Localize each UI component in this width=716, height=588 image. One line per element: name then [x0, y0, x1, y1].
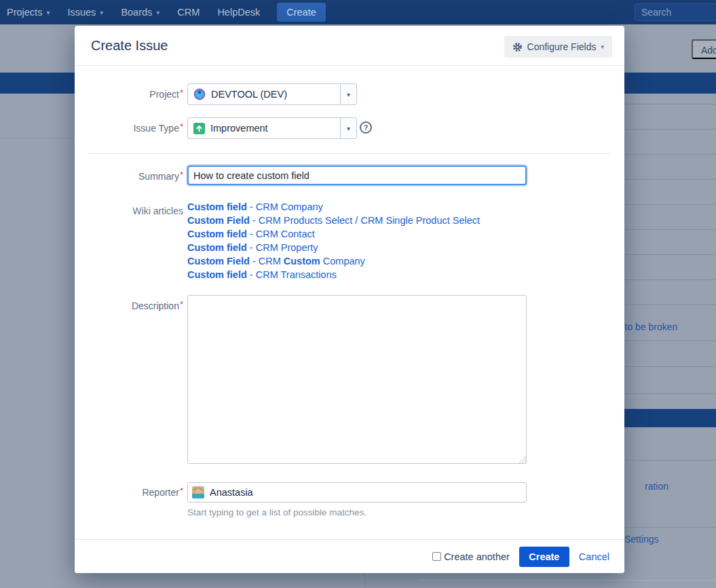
project-label: Project*: [81, 89, 183, 100]
description-label: Description*: [81, 300, 183, 311]
issue-type-value-text: Improvement: [210, 123, 268, 134]
configure-fields-button[interactable]: Configure Fields ▾: [504, 36, 612, 58]
project-select[interactable]: DEVTOOL (DEV) ▾: [187, 83, 357, 105]
required-asterisk: *: [180, 170, 183, 180]
summary-label: Summary*: [81, 171, 183, 182]
required-asterisk: *: [180, 299, 183, 309]
reporter-input[interactable]: Anastasia: [187, 482, 527, 503]
issue-type-select[interactable]: Improvement ▾: [187, 117, 357, 139]
nav-item-label: Boards: [121, 7, 152, 18]
required-asterisk: *: [180, 486, 183, 496]
divider: [419, 580, 716, 581]
nav-item-projects[interactable]: Projects ▾: [7, 7, 58, 18]
chevron-down-icon: ▾: [46, 9, 50, 16]
background-link-settings[interactable]: Settings: [624, 534, 659, 545]
chevron-down-icon: ▾: [100, 9, 103, 16]
reporter-hint: Start typing to get a list of possible m…: [187, 507, 366, 517]
add-gadget-button[interactable]: Add g: [692, 39, 716, 59]
help-icon[interactable]: ?: [360, 121, 372, 134]
nav-item-label: Projects: [7, 7, 42, 18]
chevron-down-icon: ▾: [601, 43, 604, 50]
nav-item-label: HelpDesk: [217, 7, 260, 18]
required-asterisk: *: [180, 121, 183, 132]
wiki-article-link[interactable]: Custom Field - CRM Products Select / CRM…: [187, 215, 480, 226]
divider: [90, 153, 609, 154]
nav-item-label: Issues: [67, 7, 96, 18]
wiki-article-link[interactable]: Custom Field - CRM Custom Company: [187, 256, 365, 267]
wiki-article-link[interactable]: Custom field - CRM Property: [187, 242, 318, 253]
nav-item-helpdesk[interactable]: HelpDesk: [208, 7, 269, 18]
cancel-link[interactable]: Cancel: [579, 551, 609, 562]
top-nav: Projects ▾ Issues ▾ Boards ▾ CRM HelpDes…: [0, 0, 716, 24]
chevron-down-icon: ▾: [156, 9, 159, 16]
nav-item-boards[interactable]: Boards ▾: [112, 7, 168, 18]
dialog-header: Create Issue Configure Fields ▾: [75, 26, 624, 66]
wiki-articles-label: Wiki articles: [81, 205, 183, 216]
dialog-title: Create Issue: [91, 38, 168, 54]
nav-item-issues[interactable]: Issues ▾: [58, 7, 112, 18]
chevron-down-icon[interactable]: ▾: [340, 118, 356, 138]
wiki-article-link[interactable]: Custom field - CRM Contact: [187, 229, 315, 239]
improvement-icon: [193, 123, 205, 134]
avatar: [192, 486, 204, 498]
issue-type-label: Issue Type*: [81, 123, 183, 134]
issue-type-select-value: Improvement: [188, 118, 340, 138]
nav-item-label: CRM: [177, 7, 200, 18]
reporter-label: Reporter*: [81, 487, 183, 498]
wiki-article-link[interactable]: Custom field - CRM Transactions: [187, 269, 337, 280]
dialog-footer: Create another Create Cancel: [75, 539, 624, 573]
gear-icon: [512, 42, 523, 52]
create-issue-dialog: Create Issue Configure Fields ▾ Project*: [75, 26, 624, 573]
nav-item-crm[interactable]: CRM: [168, 7, 208, 18]
configure-fields-label: Configure Fields: [527, 41, 597, 52]
project-select-value: DEVTOOL (DEV): [188, 84, 340, 104]
chevron-down-icon[interactable]: ▾: [340, 84, 356, 104]
search-input[interactable]: [635, 3, 716, 21]
project-avatar-icon: [193, 88, 206, 100]
wiki-article-link[interactable]: Custom field - CRM Company: [187, 201, 323, 212]
wiki-articles-list: Custom field - CRM CompanyCustom Field -…: [187, 201, 480, 282]
reporter-value-text: Anastasia: [210, 487, 253, 498]
create-another-label: Create another: [444, 551, 510, 562]
project-value-text: DEVTOOL (DEV): [211, 89, 287, 100]
description-textarea[interactable]: [187, 295, 527, 464]
background-link-configuration[interactable]: ration: [645, 481, 668, 492]
nav-create-button[interactable]: Create: [277, 3, 326, 22]
create-button[interactable]: Create: [519, 547, 569, 567]
create-another-checkbox[interactable]: [432, 552, 441, 561]
required-asterisk: *: [180, 87, 183, 98]
summary-input[interactable]: [187, 165, 527, 185]
